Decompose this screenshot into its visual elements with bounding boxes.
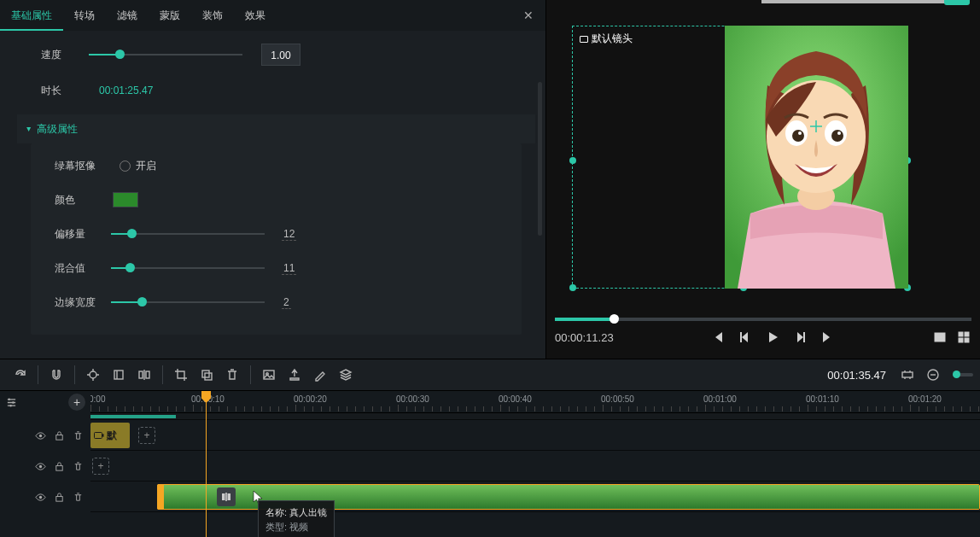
svg-rect-13	[740, 332, 742, 342]
edge-slider[interactable]	[111, 293, 265, 312]
zoom-slider[interactable]	[953, 373, 973, 376]
speed-label: 速度	[41, 48, 89, 62]
fit-timeline-icon[interactable]	[895, 362, 920, 388]
svg-rect-37	[55, 465, 61, 470]
crop-icon[interactable]	[168, 362, 194, 388]
add-element-button[interactable]	[944, 0, 970, 5]
blend-value[interactable]: 11	[282, 262, 296, 275]
playhead[interactable]	[206, 391, 207, 537]
track3-visibility-icon[interactable]	[34, 491, 46, 503]
color-swatch[interactable]	[113, 192, 138, 207]
layers-icon[interactable]	[333, 362, 359, 388]
advanced-group-header[interactable]: ▸ 高级属性	[17, 114, 535, 143]
skip-start-icon[interactable]	[710, 330, 726, 345]
screenshot-icon[interactable]	[932, 330, 948, 345]
tab-basic[interactable]: 基础属性	[0, 0, 63, 31]
svg-point-33	[9, 405, 11, 406]
chromakey-label: 绿幕抠像	[55, 159, 111, 173]
chromakey-enable-radio[interactable]: 开启	[120, 159, 156, 173]
skip-end-icon[interactable]	[820, 330, 835, 345]
track2-delete-icon[interactable]	[72, 460, 84, 472]
clip-default-shot[interactable]: 默	[90, 423, 130, 448]
magnet-icon[interactable]	[44, 362, 69, 388]
offset-slider[interactable]	[111, 225, 265, 243]
track-1[interactable]: 默 +	[90, 420, 980, 451]
track-2[interactable]: +	[90, 451, 980, 482]
svg-rect-27	[264, 371, 274, 379]
tab-decor[interactable]: 装饰	[191, 0, 234, 31]
preview-video-content[interactable]	[725, 26, 908, 289]
track-mini	[90, 413, 980, 420]
blend-slider[interactable]	[111, 259, 265, 277]
svg-rect-35	[55, 435, 61, 440]
grid-icon[interactable]	[956, 330, 971, 345]
track3-lock-icon[interactable]	[53, 491, 65, 503]
track2-visibility-icon[interactable]	[34, 460, 46, 472]
svg-point-32	[12, 401, 14, 403]
svg-rect-20	[965, 338, 969, 342]
step-forward-icon[interactable]	[792, 330, 808, 345]
split-icon[interactable]	[131, 362, 157, 388]
track1-visibility-icon[interactable]	[34, 429, 46, 441]
add-clip-placeholder-1[interactable]: +	[138, 427, 155, 444]
svg-rect-26	[205, 373, 212, 380]
track2-lock-icon[interactable]	[53, 460, 65, 472]
track-3[interactable]: 名称: 真人出镜 类型: 视频	[90, 482, 980, 512]
add-track-button[interactable]: +	[68, 394, 85, 411]
svg-rect-17	[959, 332, 963, 336]
offset-value[interactable]: 12	[282, 228, 296, 241]
mark-in-icon[interactable]	[106, 362, 131, 388]
svg-point-34	[38, 434, 41, 436]
edit-icon[interactable]	[307, 362, 333, 388]
close-panel-icon[interactable]: ✕	[523, 0, 534, 31]
chromakey-enable-text: 开启	[136, 159, 156, 173]
tab-mask[interactable]: 蒙版	[149, 0, 191, 31]
svg-rect-29	[902, 372, 913, 377]
timeline-ruler[interactable]: 0:0000:00:1000:00:2000:00:3000:00:4000:0…	[90, 391, 980, 413]
clip-left-handle[interactable]	[157, 484, 164, 510]
svg-rect-18	[965, 332, 969, 336]
track1-delete-icon[interactable]	[72, 429, 84, 441]
svg-point-8	[831, 130, 843, 142]
clip-tooltip: 名称: 真人出镜 类型: 视频	[258, 500, 335, 537]
track1-lock-icon[interactable]	[53, 429, 65, 441]
preview-area: 默认镜头	[546, 0, 980, 359]
copy-icon[interactable]	[194, 362, 219, 388]
svg-rect-22	[114, 371, 123, 379]
shot-label: 默认镜头	[580, 32, 633, 46]
redo-icon[interactable]	[7, 362, 32, 388]
svg-rect-43	[225, 493, 227, 501]
duration-label: 时长	[41, 84, 89, 98]
step-back-icon[interactable]	[738, 330, 753, 345]
svg-point-31	[8, 398, 9, 400]
camera-icon	[580, 36, 588, 43]
tab-effect[interactable]: 效果	[234, 0, 277, 31]
svg-point-10	[837, 131, 841, 135]
advanced-group-title: 高级属性	[37, 122, 78, 137]
locate-icon[interactable]	[80, 362, 106, 388]
background-image-placeholder	[761, 0, 949, 3]
svg-rect-40	[95, 433, 102, 439]
track3-delete-icon[interactable]	[72, 491, 84, 503]
panel-scrollbar[interactable]	[538, 82, 542, 236]
export-icon[interactable]	[282, 362, 307, 388]
tab-transition[interactable]: 转场	[63, 0, 106, 31]
split-marker-icon[interactable]	[217, 487, 236, 506]
duration-value: 00:01:25.47	[99, 85, 153, 96]
play-icon[interactable]	[765, 330, 780, 345]
svg-point-9	[798, 131, 802, 135]
delete-icon[interactable]	[219, 362, 245, 388]
svg-rect-16	[937, 336, 942, 339]
edge-label: 边缘宽度	[55, 295, 111, 310]
track-options-icon[interactable]	[5, 396, 17, 408]
add-clip-placeholder-2[interactable]: +	[92, 458, 109, 475]
speed-slider[interactable]	[89, 45, 242, 64]
image-icon[interactable]	[256, 362, 282, 388]
tab-filter[interactable]: 滤镜	[106, 0, 149, 31]
edge-value[interactable]: 2	[282, 296, 291, 309]
speed-value-input[interactable]: 1.00	[261, 44, 300, 66]
zoom-out-icon[interactable]	[920, 362, 946, 388]
svg-rect-23	[139, 371, 143, 378]
svg-rect-25	[202, 371, 209, 377]
preview-progress-track[interactable]	[555, 318, 971, 321]
